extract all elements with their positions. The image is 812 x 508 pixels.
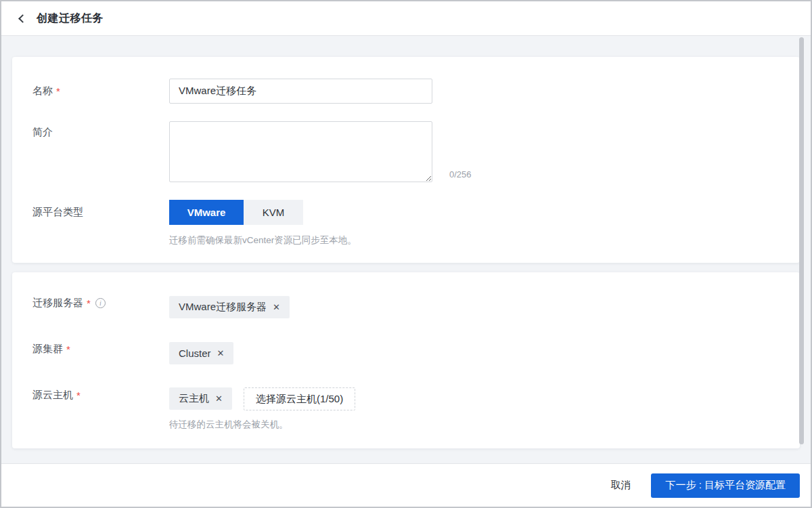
migration-server-label: 迁移服务器 * i (32, 297, 106, 310)
source-host-tag: 云主机 ✕ (169, 387, 232, 410)
platform-hint: 迁移前需确保最新vCenter资源已同步至本地。 (169, 234, 357, 247)
migration-server-tag: VMware迁移服务器 ✕ (169, 296, 290, 318)
basic-info-panel: 名称 * 简介 0/256 源平台类型 VMware KVM 迁移前需确保最新v… (12, 57, 800, 263)
source-cluster-tag: Cluster ✕ (169, 342, 233, 364)
cancel-button[interactable]: 取消 (606, 473, 635, 497)
name-label-text: 名称 (32, 85, 53, 98)
intro-label-text: 简介 (32, 126, 53, 139)
source-cluster-label-text: 源集群 (32, 343, 63, 356)
migration-server-tag-text: VMware迁移服务器 (179, 301, 267, 314)
vertical-scrollbar[interactable] (799, 37, 804, 444)
name-input[interactable] (169, 79, 432, 104)
name-label: 名称 * (32, 85, 60, 98)
required-asterisk: * (66, 343, 70, 355)
close-icon[interactable]: ✕ (215, 394, 223, 403)
source-cluster-tag-text: Cluster (179, 347, 211, 359)
close-icon[interactable]: ✕ (217, 349, 225, 358)
page-header: 创建迁移任务 (1, 1, 811, 36)
create-migration-task-page: 创建迁移任务 名称 * 简介 0/256 源平台类型 VMware KVM 迁移… (0, 0, 812, 508)
source-host-label: 源云主机 * (32, 389, 81, 402)
platform-type-label: 源平台类型 (32, 206, 83, 219)
platform-type-segmented-control: VMware KVM (169, 200, 303, 225)
platform-type-label-text: 源平台类型 (32, 206, 83, 219)
required-asterisk: * (76, 389, 81, 401)
info-icon[interactable]: i (95, 298, 106, 308)
page-footer: 取消 下一步 : 目标平台资源配置 (1, 463, 811, 507)
source-selection-panel: 迁移服务器 * i VMware迁移服务器 ✕ 源集群 * Cluster ✕ … (12, 272, 800, 448)
back-button[interactable] (15, 11, 30, 26)
migration-server-label-text: 迁移服务器 (32, 297, 83, 310)
source-host-tag-text: 云主机 (179, 392, 209, 405)
page-title: 创建迁移任务 (37, 12, 104, 26)
next-step-button[interactable]: 下一步 : 目标平台资源配置 (651, 473, 800, 498)
source-host-hint: 待迁移的云主机将会被关机。 (169, 419, 288, 431)
intro-textarea[interactable] (169, 121, 432, 182)
source-host-label-text: 源云主机 (32, 389, 73, 402)
required-asterisk: * (56, 85, 60, 97)
source-cluster-label: 源集群 * (32, 343, 70, 356)
intro-label: 简介 (32, 126, 53, 139)
required-asterisk: * (87, 297, 91, 309)
platform-option-vmware[interactable]: VMware (169, 200, 244, 225)
platform-option-kvm[interactable]: KVM (244, 200, 303, 225)
select-source-host-button[interactable]: 选择源云主机(1/50) (244, 387, 355, 410)
close-icon[interactable]: ✕ (273, 303, 280, 312)
chevron-left-icon (18, 14, 27, 23)
char-counter: 0/256 (449, 169, 472, 179)
